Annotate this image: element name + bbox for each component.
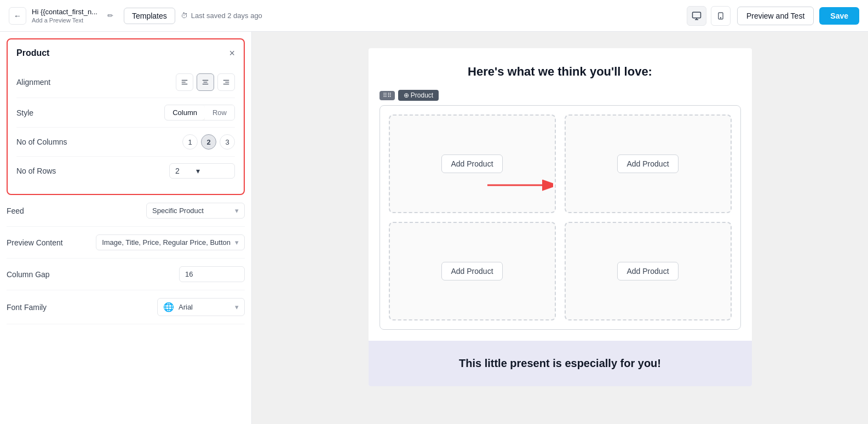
email-bottom-section: This little present is especially for yo… (369, 341, 752, 386)
columns-row: No of Columns 1 2 3 (16, 128, 235, 157)
add-product-button-1[interactable]: Add Product (441, 154, 502, 173)
alignment-controls (176, 73, 235, 91)
back-button[interactable]: ← (9, 7, 26, 25)
email-header-section: Here's what we think you'll love: (369, 48, 752, 90)
rows-caret: ▾ (196, 167, 200, 175)
svg-rect-0 (692, 12, 700, 18)
topbar-left: ← Hi {{contact_first_n... Add a Preview … (9, 7, 680, 25)
rows-row: No of Rows 2 ▾ (16, 157, 235, 185)
email-header-title: Here's what we think you'll love: (380, 65, 741, 79)
left-panel: Product × Alignment (0, 32, 252, 424)
style-row-button[interactable]: Row (205, 105, 234, 120)
preview-content-caret: ▾ (235, 238, 239, 247)
product-settings-card: Product × Alignment (7, 38, 245, 195)
preview-content-controls: Image, Title, Price, Regular Price, Butt… (96, 234, 245, 250)
align-left-button[interactable] (176, 73, 193, 91)
add-product-button-4[interactable]: Add Product (617, 262, 678, 280)
rows-dropdown[interactable]: 2 ▾ (169, 163, 235, 179)
clock-icon: ⏱ (181, 12, 188, 20)
font-family-row: Font Family 🌐 Arial ▾ (7, 290, 245, 324)
preview-content-dropdown[interactable]: Image, Title, Price, Regular Price, Butt… (96, 234, 245, 250)
product-grid: Add Product Add Product Add Product Add … (389, 114, 732, 320)
rows-value: 2 (175, 167, 180, 175)
style-column-button[interactable]: Column (165, 105, 205, 120)
product-block-header: ⠿⠿ ⊕ Product (369, 90, 752, 105)
preview-content-label: Preview Content (7, 238, 78, 247)
style-label: Style (16, 108, 88, 117)
main-layout: Product × Alignment (0, 32, 868, 424)
font-family-label: Font Family (7, 303, 78, 312)
feed-caret: ▾ (235, 207, 239, 215)
pencil-icon: ✏ (107, 12, 113, 20)
saved-label: Last saved 2 days ago (191, 12, 262, 20)
font-family-value: Arial (179, 303, 193, 311)
font-family-controls: 🌐 Arial ▾ (157, 298, 245, 316)
product-cell-4: Add Product (565, 222, 732, 320)
topbar: ← Hi {{contact_first_n... Add a Preview … (0, 0, 868, 32)
email-bottom-title: This little present is especially for yo… (380, 357, 741, 370)
columns-label: No of Columns (16, 137, 88, 146)
column-gap-row: Column Gap (7, 259, 245, 290)
svg-point-2 (720, 17, 721, 18)
desktop-view-button[interactable] (687, 6, 706, 26)
feed-label: Feed (7, 207, 78, 215)
email-subject: Hi {{contact_first_n... (32, 8, 97, 16)
globe-icon: 🌐 (163, 302, 174, 312)
preview-content-row: Preview Content Image, Title, Price, Reg… (7, 227, 245, 259)
feed-row: Feed Specific Product ▾ (7, 195, 245, 227)
columns-1-button[interactable]: 1 (182, 134, 198, 150)
mobile-view-button[interactable] (711, 6, 731, 26)
close-product-card-button[interactable]: × (229, 48, 235, 58)
column-gap-input[interactable] (179, 266, 245, 282)
alignment-label: Alignment (16, 78, 88, 87)
product-label-badge: ⊕ Product (398, 90, 439, 101)
product-cell-2: Add Product (565, 114, 732, 213)
product-cell-3: Add Product (389, 222, 556, 320)
style-controls: Column Row (164, 105, 235, 121)
subject-area: Hi {{contact_first_n... Add a Preview Te… (32, 8, 97, 24)
add-product-button-3[interactable]: Add Product (441, 262, 502, 280)
preview-test-button[interactable]: Preview and Test (737, 7, 814, 25)
style-row: Style Column Row (16, 98, 235, 128)
font-family-caret: ▾ (235, 303, 239, 311)
style-toggle: Column Row (164, 105, 235, 121)
edit-subject-button[interactable]: ✏ (103, 8, 118, 24)
alignment-row: Alignment (16, 67, 235, 98)
feed-dropdown[interactable]: Specific Product ▾ (146, 203, 245, 219)
email-preview: Here's what we think you'll love: ⠿⠿ ⊕ P… (369, 48, 752, 386)
product-card-header: Product × (16, 48, 235, 58)
columns-3-button[interactable]: 3 (220, 134, 235, 150)
columns-2-button[interactable]: 2 (201, 134, 216, 150)
rows-label: No of Rows (16, 167, 88, 175)
product-grid-container: Add Product Add Product Add Product Add … (380, 105, 741, 330)
rows-controls: 2 ▾ (169, 163, 235, 179)
font-family-dropdown[interactable]: 🌐 Arial ▾ (157, 298, 245, 316)
product-block-label: ⊕ Product (404, 91, 434, 99)
add-product-button-2[interactable]: Add Product (617, 154, 678, 173)
saved-info: ⏱ Last saved 2 days ago (181, 12, 262, 20)
feed-value: Specific Product (152, 207, 204, 215)
align-right-button[interactable] (217, 73, 235, 91)
column-gap-controls (179, 266, 245, 282)
column-gap-label: Column Gap (7, 270, 78, 279)
templates-button[interactable]: Templates (124, 8, 175, 24)
product-card-title: Product (16, 48, 49, 58)
save-button[interactable]: Save (819, 7, 859, 25)
product-cell-1: Add Product (389, 114, 556, 213)
topbar-right: Preview and Test Save (737, 7, 859, 25)
preview-text-link[interactable]: Add a Preview Text (32, 17, 97, 24)
align-center-button[interactable] (197, 73, 214, 91)
extra-settings: Feed Specific Product ▾ Preview Content … (0, 195, 251, 324)
device-toggle (687, 6, 731, 26)
columns-controls: 1 2 3 (182, 134, 235, 150)
canvas-area: Here's what we think you'll love: ⠿⠿ ⊕ P… (252, 32, 868, 424)
drag-handle-badge: ⠿⠿ (380, 91, 395, 100)
preview-content-value: Image, Title, Price, Regular Price, Butt… (102, 238, 231, 247)
feed-controls: Specific Product ▾ (146, 203, 245, 219)
drag-handle-icon: ⠿⠿ (383, 92, 392, 99)
